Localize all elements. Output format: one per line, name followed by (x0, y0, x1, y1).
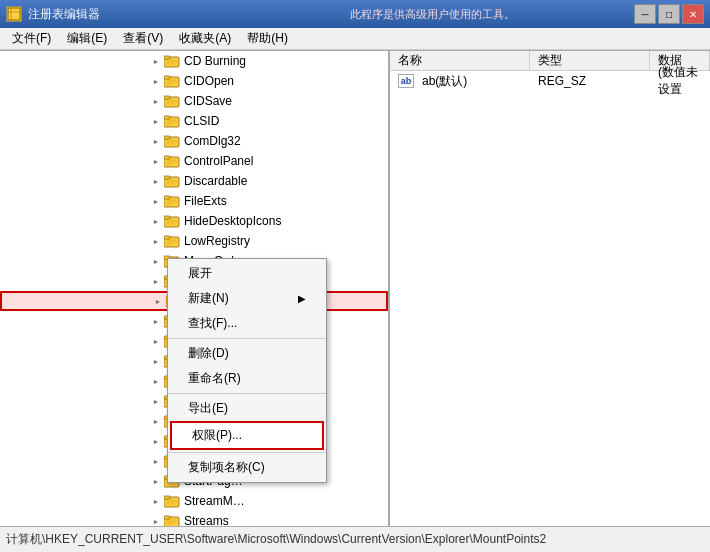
expand-arrow[interactable]: ► (150, 315, 162, 327)
folder-icon (164, 154, 180, 168)
menu-view[interactable]: 查看(V) (115, 28, 171, 50)
svg-rect-114 (164, 496, 170, 499)
expand-arrow[interactable]: ► (150, 95, 162, 107)
expand-arrow[interactable]: ► (150, 55, 162, 67)
expand-arrow[interactable]: ► (150, 235, 162, 247)
expand-arrow[interactable]: ► (150, 455, 162, 467)
tree-item-label: Streams (184, 514, 229, 526)
context-menu-separator (168, 393, 326, 394)
svg-rect-19 (164, 116, 170, 119)
menu-help[interactable]: 帮助(H) (239, 28, 296, 50)
expand-arrow[interactable]: ► (150, 395, 162, 407)
menu-favorites[interactable]: 收藏夹(A) (171, 28, 239, 50)
folder-icon (164, 74, 180, 88)
menu-edit[interactable]: 编辑(E) (59, 28, 115, 50)
context-menu-item-new[interactable]: 新建(N)▶ (168, 286, 326, 311)
tree-item-label: CD Burning (184, 54, 246, 68)
context-menu-item-find[interactable]: 查找(F)... (168, 311, 326, 336)
svg-rect-0 (8, 8, 20, 20)
tree-item-label: Discardable (184, 174, 247, 188)
close-button[interactable]: ✕ (682, 4, 704, 24)
expand-arrow[interactable]: ► (150, 115, 162, 127)
tree-item-label: StreamM… (184, 494, 245, 508)
folder-icon (164, 114, 180, 128)
expand-arrow[interactable]: ► (150, 255, 162, 267)
expand-arrow[interactable]: ► (150, 435, 162, 447)
expand-arrow[interactable]: ► (150, 155, 162, 167)
menu-file[interactable]: 文件(F) (4, 28, 59, 50)
svg-rect-14 (164, 96, 170, 99)
expand-arrow[interactable]: ► (150, 495, 162, 507)
context-menu-item-copy-name[interactable]: 复制项名称(C) (168, 455, 326, 480)
tree-item-comdlg32[interactable]: ► ComDlg32 (0, 131, 388, 151)
tree-item-cidsave[interactable]: ► CIDSave (0, 91, 388, 111)
context-menu-label: 权限(P)... (192, 427, 242, 444)
folder-icon (164, 194, 180, 208)
table-row[interactable]: ab ab(默认) REG_SZ (数值未设置 (390, 71, 710, 91)
cell-data: (数值未设置 (650, 62, 710, 100)
context-menu-label: 导出(E) (188, 400, 228, 417)
context-menu-item-delete[interactable]: 删除(D) (168, 341, 326, 366)
folder-icon (164, 134, 180, 148)
expand-arrow[interactable]: ► (150, 195, 162, 207)
status-path: 计算机\HKEY_CURRENT_USER\Software\Microsoft… (6, 531, 546, 548)
svg-rect-49 (164, 236, 170, 239)
folder-icon (164, 54, 180, 68)
folder-icon (164, 94, 180, 108)
expand-arrow[interactable]: ► (150, 75, 162, 87)
expand-arrow[interactable]: ► (150, 515, 162, 526)
tree-item-controlpanel[interactable]: ► ControlPanel (0, 151, 388, 171)
tree-item-fileexts[interactable]: ► FileExts (0, 191, 388, 211)
tree-item-hidedesktopicons[interactable]: ► HideDesktopIcons (0, 211, 388, 231)
main-area: ► CD Burning► CIDOpen► CIDSave► CLSID► C… (0, 50, 710, 526)
svg-rect-9 (164, 76, 170, 79)
tree-item-lowregistry[interactable]: ► LowRegistry (0, 231, 388, 251)
context-menu-item-expand[interactable]: 展开 (168, 261, 326, 286)
svg-rect-34 (164, 176, 170, 179)
expand-arrow[interactable]: ► (150, 375, 162, 387)
title-warning: 此程序是供高级用户使用的工具。 (230, 7, 634, 22)
ab-icon: ab (398, 74, 414, 88)
expand-arrow[interactable]: ► (150, 415, 162, 427)
title-bar: 注册表编辑器 此程序是供高级用户使用的工具。 ─ □ ✕ (0, 0, 710, 28)
svg-rect-39 (164, 196, 170, 199)
svg-rect-119 (164, 516, 170, 519)
right-pane: 名称 类型 数据 ab ab(默认) REG_SZ (数值未设置 (390, 51, 710, 526)
context-menu-label: 删除(D) (188, 345, 229, 362)
status-bar: 计算机\HKEY_CURRENT_USER\Software\Microsoft… (0, 526, 710, 552)
tree-item-cidopen[interactable]: ► CIDOpen (0, 71, 388, 91)
context-menu-item-export[interactable]: 导出(E) (168, 396, 326, 421)
maximize-button[interactable]: □ (658, 4, 680, 24)
context-menu-label: 展开 (188, 265, 212, 282)
folder-icon (164, 214, 180, 228)
window-controls: ─ □ ✕ (634, 4, 704, 24)
col-header-name[interactable]: 名称 (390, 51, 530, 70)
context-menu-item-permissions[interactable]: 权限(P)... (170, 421, 324, 450)
menu-bar: 文件(F) 编辑(E) 查看(V) 收藏夹(A) 帮助(H) (0, 28, 710, 50)
expand-arrow[interactable]: ► (152, 295, 164, 307)
tree-item-discardable[interactable]: ► Discardable (0, 171, 388, 191)
expand-arrow[interactable]: ► (150, 215, 162, 227)
cell-name: ab ab(默认) (390, 71, 530, 92)
tree-item-streamm[interactable]: ► StreamM… (0, 491, 388, 511)
expand-arrow[interactable]: ► (150, 335, 162, 347)
app-title: 注册表编辑器 (28, 6, 230, 23)
expand-arrow[interactable]: ► (150, 355, 162, 367)
expand-arrow[interactable]: ► (150, 475, 162, 487)
tree-item-label: CLSID (184, 114, 219, 128)
tree-item-label: LowRegistry (184, 234, 250, 248)
tree-item-streams[interactable]: ► Streams (0, 511, 388, 526)
expand-arrow[interactable]: ► (150, 135, 162, 147)
minimize-button[interactable]: ─ (634, 4, 656, 24)
expand-arrow[interactable]: ► (150, 275, 162, 287)
context-menu-item-rename[interactable]: 重命名(R) (168, 366, 326, 391)
tree-item-clsid[interactable]: ► CLSID (0, 111, 388, 131)
context-menu-separator (168, 452, 326, 453)
context-menu-label: 复制项名称(C) (188, 459, 265, 476)
tree-item-cd-burning[interactable]: ► CD Burning (0, 51, 388, 71)
col-header-type[interactable]: 类型 (530, 51, 650, 70)
cell-type: REG_SZ (530, 72, 650, 90)
folder-icon (164, 234, 180, 248)
tree-item-label: ComDlg32 (184, 134, 241, 148)
expand-arrow[interactable]: ► (150, 175, 162, 187)
